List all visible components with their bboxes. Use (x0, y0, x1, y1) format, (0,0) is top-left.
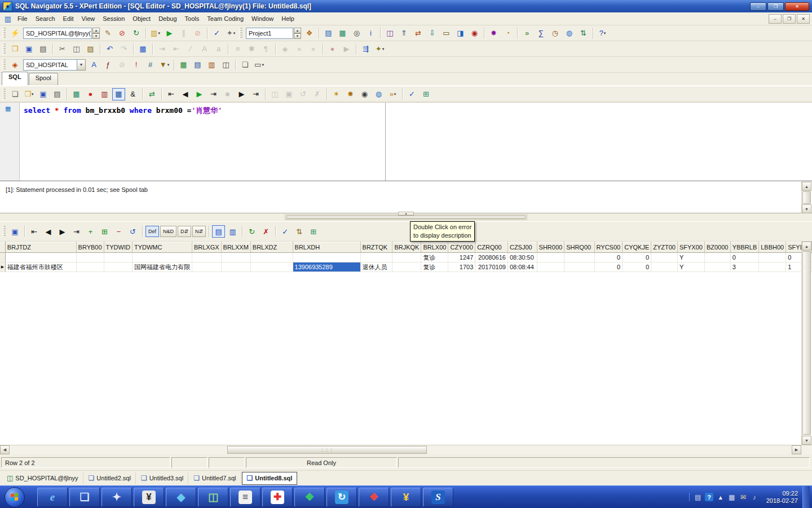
scroll-down-icon[interactable]: ▼ (802, 436, 811, 445)
new-sql-icon[interactable]: ❏ (8, 88, 21, 100)
cancel-refresh-icon[interactable]: ✗ (259, 225, 272, 238)
column-header-CZY000[interactable]: CZY000 (448, 242, 475, 253)
menu-window[interactable]: Window (248, 14, 277, 24)
column-header-BRLX00[interactable]: BRLX00 (421, 242, 448, 253)
spin-down-icon[interactable]: ▼ (92, 33, 100, 39)
grid-cell-SHR000[interactable] (537, 253, 564, 262)
table-indexes-icon[interactable]: ▥ (205, 59, 218, 71)
scroll-thumb[interactable] (286, 216, 526, 219)
mdi-restore-button[interactable]: ❐ (783, 14, 796, 24)
tray-message-icon[interactable]: ✉ (738, 493, 748, 501)
column-header-ZYZT00[interactable]: ZYZT00 (651, 242, 678, 253)
revert-row-icon[interactable]: ↺ (126, 225, 139, 238)
grid-cell-BRZTQK[interactable] (360, 253, 392, 262)
next-bookmark-icon[interactable]: » (293, 43, 306, 55)
sort-columns-icon[interactable]: A (87, 59, 100, 71)
grid-hscrollbar[interactable]: ◀ ⋮⋮⋮ ▶ (0, 445, 812, 454)
editor-pane-splitter[interactable] (385, 103, 386, 181)
scroll-thumb[interactable]: ⋮⋮⋮ (227, 446, 427, 454)
bookmark-icon[interactable]: ◈ (279, 43, 292, 55)
code-tester-icon[interactable]: ✸ (344, 88, 357, 100)
grid-cell-CZSJ00[interactable]: 08:08:44 (508, 262, 537, 272)
expression-icon[interactable]: ƒ (102, 59, 114, 71)
scroll-left-icon[interactable]: ◀ (0, 445, 10, 454)
save-sql-icon[interactable]: ▣ (37, 88, 50, 100)
extract-ddl-icon[interactable]: ⇑ (398, 27, 411, 40)
sql-statement-line[interactable]: select * from bm_brxxb0 where brxm00 ='肖… (24, 106, 222, 116)
default-order-toggle[interactable]: D⇵ (178, 226, 191, 237)
column-header-BRLXGX[interactable]: BRLXGX (192, 242, 221, 253)
output-viewer-icon[interactable]: ▭ (440, 27, 453, 40)
grid-cell-CZY000[interactable]: 1703 (448, 262, 475, 272)
taskbar-compass-app-button[interactable]: ✦ (102, 488, 132, 507)
cut-icon[interactable]: ✂ (56, 43, 69, 55)
grid-cell-BRZTQK[interactable]: 退休人员 (360, 262, 392, 272)
column-header-CZSJ00[interactable]: CZSJ00 (508, 242, 537, 253)
grid-cell-TYDWID[interactable] (104, 262, 132, 272)
splitter-collapse-button[interactable]: ▲ (398, 212, 414, 216)
column-header-SHRQ00[interactable]: SHRQ00 (564, 242, 594, 253)
table-constraints-icon[interactable]: ◫ (219, 59, 232, 71)
menu-help[interactable]: Help (277, 14, 298, 24)
grid-row[interactable]: 复诊12472008061608:30:5000Y00 (0, 253, 812, 262)
grid-cell-RYCS00[interactable]: 0 (594, 262, 623, 272)
data-rules-icon[interactable]: ! (130, 59, 143, 71)
taskbar-red-suite-app-button[interactable]: ❖ (359, 488, 389, 507)
column-header-SFYX00[interactable]: SFYX00 (677, 242, 704, 253)
column-header-BRJKQK[interactable]: BRJKQK (392, 242, 421, 253)
insert-row-icon[interactable]: + (84, 225, 97, 238)
grid-cell-SHR000[interactable] (537, 262, 564, 272)
taskbar-clock[interactable]: 09:22 2018-02-27 (766, 490, 798, 505)
grid-properties-icon[interactable]: ⊞ (307, 225, 320, 238)
open-in-window-icon[interactable]: ❏ (239, 59, 251, 71)
grid-cell-BRJTDZ[interactable]: 福建省福州市鼓楼区 (5, 262, 76, 272)
taskbar-currency-app-button[interactable]: ¥ (134, 488, 164, 507)
grid-cell-BRLXDH[interactable] (293, 253, 360, 262)
explain-plan-icon[interactable]: ∑ (535, 27, 548, 40)
grid-cell-BRLX00[interactable]: 复诊 (421, 253, 448, 262)
grid-cell-BRLXGX[interactable] (192, 253, 221, 262)
reconnect-icon[interactable]: ↻ (130, 27, 143, 40)
execute-on-db-icon[interactable]: ▥▾ (149, 27, 162, 40)
execute-to-grid-icon[interactable]: ● (84, 88, 97, 100)
list-members-icon[interactable]: ≡ (231, 43, 244, 55)
import-icon[interactable]: ⇩ (426, 27, 439, 40)
print-icon[interactable]: ▤ (37, 43, 50, 55)
grid-cell-BRLXGX[interactable] (192, 262, 221, 272)
grid-cell-CZSJ00[interactable]: 08:30:50 (508, 253, 537, 262)
compare-icon[interactable]: ⇄ (412, 27, 425, 40)
menu-edit[interactable]: Edit (59, 14, 78, 24)
results-to-window-icon[interactable]: ▥ (98, 88, 111, 100)
redo-icon[interactable]: ↷ (117, 43, 130, 55)
db-navigator-icon[interactable]: ▤ (322, 27, 335, 40)
disconnect-icon[interactable]: ⊘ (116, 27, 129, 40)
first-row-icon[interactable]: ⇤ (28, 225, 41, 238)
grid-cell-ZYZT00[interactable] (651, 253, 678, 262)
grid-cell-TYDWID[interactable] (104, 253, 132, 262)
tab-sql[interactable]: SQL (2, 72, 28, 85)
optimize-sql-icon[interactable]: ✶ (330, 88, 343, 100)
save-results-icon[interactable]: ▣ (8, 225, 21, 238)
previous-statement-icon[interactable]: ◀ (179, 88, 192, 100)
column-header-RYCS00[interactable]: RYCS00 (594, 242, 623, 253)
sql-editor[interactable]: ▦ select * from bm_brxxb0 where brxm00 =… (0, 102, 812, 181)
column-header-BRJTDZ[interactable]: BRJTDZ (5, 242, 76, 253)
toolbar-grip[interactable] (3, 43, 6, 55)
session-tab-sd-hospital-fjlnyy[interactable]: ◫SD_HOSPITAL@fjlnyy (2, 472, 83, 484)
substitution-prompt-icon[interactable]: & (126, 88, 139, 100)
mdi-minimize-button[interactable]: – (769, 14, 782, 24)
taskbar-remote-app-button[interactable]: ❏ (69, 488, 100, 507)
scroll-up-icon[interactable]: ▲ (802, 242, 811, 251)
undo-icon[interactable]: ↶ (103, 43, 116, 55)
menu-search[interactable]: Search (32, 14, 59, 24)
row-count-icon[interactable]: # (144, 59, 157, 71)
spin-down-icon[interactable]: ▼ (294, 33, 301, 39)
toolbar-grip[interactable] (3, 226, 6, 237)
grid-cell-CYQKJE[interactable]: 0 (623, 262, 651, 272)
menu-tools[interactable]: Tools (181, 14, 204, 24)
grid-vscrollbar[interactable]: ▲ ▼ (801, 242, 811, 445)
column-header-BRLXDZ[interactable]: BRLXDZ (250, 242, 293, 253)
grid-cell-YBBRLB[interactable]: 3 (730, 262, 758, 272)
disable-constraints-icon[interactable]: ⊘ (116, 59, 129, 71)
column-header-BRLXXM[interactable]: BRLXXM (221, 242, 250, 253)
